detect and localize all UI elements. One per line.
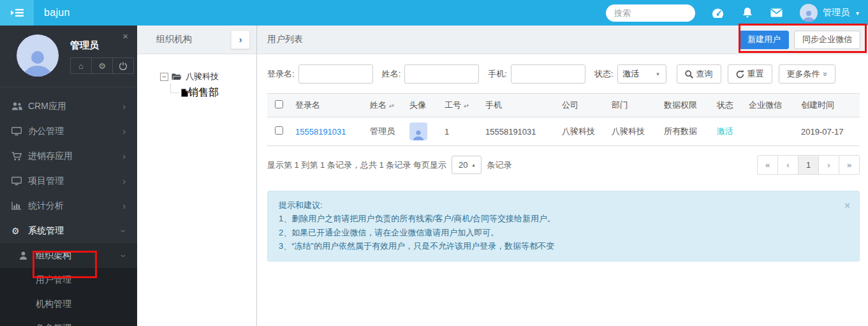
home-icon[interactable]: ⌂ [70,57,92,74]
page-size-select[interactable]: 20 ▴ [452,156,482,174]
monitor-icon [11,177,28,186]
first-page-button[interactable]: « [757,155,778,175]
messages-envelope-icon[interactable] [770,6,783,19]
caret-down-icon: ▼ [656,71,661,77]
user-login-link[interactable]: 15558191031 [295,127,346,137]
sidebar-item-label: 用户管理 [36,274,71,286]
more-conditions-label: 更多条件 [787,68,820,80]
alert-close-icon[interactable]: × [844,198,850,214]
login-filter-input[interactable] [298,64,373,84]
mobile-filter-input[interactable] [511,64,585,84]
sidebar-item-analytics[interactable]: 统计分析 › [0,193,137,218]
profile-close-icon[interactable]: × [122,31,128,41]
top-navbar: bajun [0,0,868,26]
profile-panel: × 管理员 ⌂ ⚙ [0,26,137,87]
user-table: 登录名 姓名▴▾ 头像 工号▴▾ 手机 公司 部门 数据权限 状态 企业微信 创… [267,93,860,146]
col-header-company: 公司 [557,94,607,117]
profile-avatar [17,34,59,77]
settings-gear-icon[interactable]: ⚙ [91,57,113,74]
user-avatar [800,4,818,22]
notifications-bell-icon[interactable] [741,6,754,19]
select-all-checkbox[interactable] [275,100,283,108]
sidebar-item-org-management[interactable]: 机构管理 [0,292,137,316]
chevron-right-icon: › [122,151,126,161]
chevron-right-icon: › [122,126,126,137]
sidebar-item-label: 系统管理 [28,225,64,237]
sidebar-item-label: 组织架构 [36,250,71,262]
col-header-name[interactable]: 姓名▴▾ [365,94,404,117]
users-icon [11,102,28,110]
sidebar-item-user-management[interactable]: 用户管理 [0,268,137,292]
person-icon [19,251,36,260]
sort-icon[interactable]: ▴▾ [464,104,469,107]
table-header-row: 登录名 姓名▴▾ 头像 工号▴▾ 手机 公司 部门 数据权限 状态 企业微信 创… [267,94,860,117]
sidebar-item-inventory[interactable]: 进销存应用 › [0,144,137,168]
user-menu[interactable]: 管理员 ▾ [800,4,859,22]
org-tree: − 八骏科技 销售部 [137,54,256,100]
reset-button-label: 重置 [747,68,764,80]
tree-node-label: 八骏科技 [186,71,219,82]
filter-toolbar: 登录名: 姓名: 手机: 状态: 激活 ▼ 查询 [267,64,860,84]
cell-company: 八骏科技 [557,117,607,146]
page-number-button[interactable]: 1 [798,155,819,175]
sidebar: × 管理员 ⌂ ⚙ [0,26,137,326]
brand-logo[interactable]: bajun [44,7,70,19]
row-avatar-icon[interactable] [409,122,427,140]
caret-up-icon: ▴ [472,162,474,168]
col-header-label: 工号 [445,100,461,110]
last-page-button[interactable]: » [839,155,860,175]
prev-page-button[interactable]: ‹ [777,155,798,175]
chevron-right-icon: › [239,34,242,45]
search-icon [685,70,693,78]
sidebar-item-label: 项目管理 [28,175,64,187]
chevron-down-icon: › [119,229,129,232]
row-checkbox[interactable] [275,126,283,135]
col-header-created: 创建时间 [796,94,860,117]
sort-icon[interactable]: ▴▾ [389,104,394,107]
cell-mobile: 15558191031 [480,117,557,146]
sidebar-item-project[interactable]: 项目管理 › [0,168,137,193]
sidebar-item-role-management[interactable]: 角色管理 [0,316,137,326]
search-button[interactable]: 查询 [677,64,721,84]
sync-wechat-button[interactable]: 同步企业微信 [794,31,860,49]
pagination-summary-suffix: 条记录 [487,159,511,171]
pagination-bar: 显示第 1 到第 1 条记录，总共 1 条记录 每页显示 20 ▴ 条记录 « … [267,155,860,175]
panel-collapse-button[interactable]: › [231,30,250,49]
sidebar-item-system[interactable]: ⚙ 系统管理 › [0,218,137,243]
status-select[interactable]: 激活 ▼ [617,64,666,84]
col-header-status: 状态 [712,94,744,117]
more-conditions-button[interactable]: 更多条件 » [779,64,836,84]
sidebar-item-org-structure[interactable]: 组织架构 › [0,243,137,268]
tree-collapse-icon[interactable]: − [160,73,168,81]
col-header-avatar: 头像 [404,94,439,117]
tree-node-label: 销售部 [188,86,219,100]
sidebar-item-label: 进销存应用 [28,151,73,162]
alert-line: 3、“冻结”的用户依然属于有效用户，只是不允许该用户登录，数据等都不变 [279,239,837,253]
col-header-mobile: 手机 [480,94,557,117]
sidebar-item-crm[interactable]: CRM应用 › [0,94,137,119]
col-header-login[interactable]: 登录名 [290,94,365,117]
sidebar-toggle-icon[interactable] [0,0,34,26]
login-filter-label: 登录名: [267,68,295,80]
folder-open-icon [172,73,182,80]
mobile-filter-label: 手机: [488,68,507,80]
dashboard-gauge-icon[interactable] [712,6,725,19]
logout-power-icon[interactable] [112,57,134,74]
tree-node-child[interactable]: 销售部 [170,86,256,100]
cell-name: 管理员 [365,117,404,146]
next-page-button[interactable]: › [818,155,839,175]
sidebar-item-office[interactable]: 办公管理 › [0,119,137,144]
sidebar-item-label: CRM应用 [28,101,66,112]
tree-node-root[interactable]: − 八骏科技 [160,71,256,82]
main-header: 用户列表 新建用户 同步企业微信 [257,26,868,54]
sidebar-menu: CRM应用 › 办公管理 › 进销存应用 › [0,87,137,326]
col-header-label: 姓名 [370,100,386,110]
name-filter-input[interactable] [404,64,479,84]
refresh-icon [736,70,744,78]
global-search-input[interactable] [606,4,695,22]
submenu-org-structure: 用户管理 机构管理 角色管理 [0,268,137,326]
sidebar-item-label: 办公管理 [28,126,64,137]
create-user-button[interactable]: 新建用户 [739,31,789,49]
col-header-empno[interactable]: 工号▴▾ [439,94,480,117]
reset-button[interactable]: 重置 [728,64,772,84]
